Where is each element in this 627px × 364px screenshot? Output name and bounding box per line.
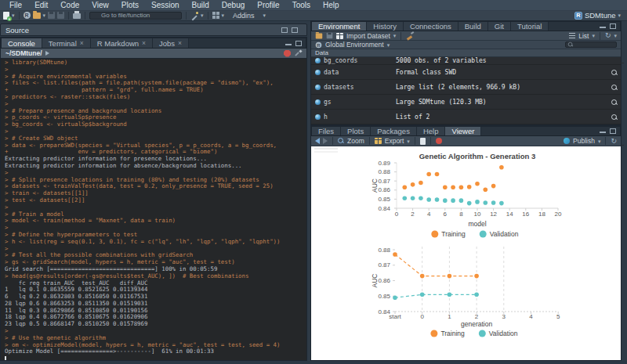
menu-code[interactable]: Code xyxy=(54,0,85,11)
inspect-icon[interactable] xyxy=(611,114,618,121)
tab-environment-label: Environment xyxy=(318,22,360,31)
tab-git[interactable]: Git xyxy=(488,22,511,31)
x-tick-label: 18 xyxy=(538,211,545,218)
wand-button[interactable] xyxy=(190,11,198,20)
tab-files[interactable]: Files xyxy=(312,127,341,135)
tab-tutorial[interactable]: Tutorial xyxy=(511,22,549,31)
tab-help[interactable]: Help xyxy=(417,127,446,135)
refresh-icon[interactable]: ↻ xyxy=(605,32,611,39)
menu-help[interactable]: Help xyxy=(317,0,346,11)
minimize-pane-icon[interactable] xyxy=(600,27,606,28)
goto-directory-icon[interactable] xyxy=(45,51,49,56)
save-all-button[interactable] xyxy=(57,11,64,20)
env-object-action[interactable] xyxy=(611,80,618,94)
env-object-name: bg_coords xyxy=(324,57,396,64)
print-button[interactable] xyxy=(73,11,81,20)
publish-caret-icon[interactable]: ▾ xyxy=(598,139,601,144)
new-project-button[interactable]: R xyxy=(24,11,31,20)
import-dataset-button[interactable]: Import Dataset xyxy=(346,32,390,40)
console-output[interactable]: > library(SDMtune)>> # Acquire environme… xyxy=(1,59,306,360)
y-tick-label: 0.87 xyxy=(378,178,390,185)
env-object-h[interactable]: hList of 2 xyxy=(311,110,621,124)
menu-session[interactable]: Session xyxy=(145,0,186,11)
tab-console[interactable]: Console xyxy=(2,38,42,48)
genetic-algorithm-scatter-chart[interactable]: Genetic Algorithm - Generation 30.840.85… xyxy=(311,146,621,242)
env-object-action[interactable] xyxy=(611,95,618,109)
new-file-caret-icon[interactable]: ▾ xyxy=(12,13,15,18)
env-object-gs[interactable]: gsLarge SDMtune (120.3 MB) xyxy=(311,95,621,110)
inspect-icon[interactable] xyxy=(611,70,618,76)
panes-caret-icon[interactable]: ▾ xyxy=(222,13,225,18)
clear-console-icon[interactable] xyxy=(294,49,302,57)
close-icon[interactable]: × xyxy=(178,40,182,47)
tab-terminal[interactable]: Terminal× xyxy=(42,38,91,48)
inspect-icon[interactable] xyxy=(611,99,618,106)
tab-packages[interactable]: Packages xyxy=(371,127,417,135)
close-icon[interactable]: × xyxy=(80,40,84,47)
open-file-button[interactable] xyxy=(33,11,41,20)
menu-file[interactable]: File xyxy=(3,0,28,11)
refresh-caret-icon[interactable]: ▾ xyxy=(614,33,617,38)
env-object-data[interactable]: dataFormal class SWD xyxy=(311,65,621,80)
import-dataset-caret-icon[interactable]: ▾ xyxy=(393,33,397,38)
refresh-icon[interactable]: ↻ xyxy=(611,138,617,145)
restore-pane-icon[interactable] xyxy=(281,27,288,33)
list-view-caret-icon[interactable]: ▾ xyxy=(592,33,595,38)
save-workspace-button[interactable] xyxy=(326,31,333,40)
goto-file-input[interactable] xyxy=(89,12,182,20)
menu-build[interactable]: Build xyxy=(186,0,216,11)
open-file-caret-icon[interactable]: ▾ xyxy=(43,13,46,18)
addins-button[interactable]: Addins xyxy=(227,10,261,21)
export-button[interactable]: Export xyxy=(385,137,404,145)
env-object-datasets[interactable]: datasetsLarge list (2 elements, 966.9 kB… xyxy=(311,80,621,95)
maximize-pane-icon[interactable] xyxy=(610,23,616,29)
load-workspace-button[interactable] xyxy=(315,31,323,40)
tab-viewer[interactable]: Viewer xyxy=(445,127,481,135)
tab-build[interactable]: Build xyxy=(458,22,488,31)
menu-debug[interactable]: Debug xyxy=(216,0,251,11)
new-file-button[interactable]: + xyxy=(3,11,9,20)
maximize-pane-icon[interactable] xyxy=(292,27,298,33)
list-view-button[interactable]: List xyxy=(578,32,589,40)
back-icon[interactable] xyxy=(315,138,320,144)
tab-jobs[interactable]: Jobs× xyxy=(153,38,189,48)
forward-icon[interactable] xyxy=(323,138,328,144)
tab-environment[interactable]: Environment xyxy=(312,22,367,31)
environment-search-input[interactable] xyxy=(575,41,614,48)
menu-edit[interactable]: Edit xyxy=(28,0,54,11)
stop-icon[interactable] xyxy=(284,50,291,57)
maximize-pane-icon[interactable] xyxy=(610,128,616,134)
env-object-bg-coords[interactable]: bg_coords5000 obs. of 2 variables xyxy=(311,57,621,65)
wand-caret-icon[interactable]: ▾ xyxy=(201,13,204,18)
clear-environment-icon[interactable] xyxy=(406,32,414,40)
save-button[interactable] xyxy=(48,11,55,20)
close-icon[interactable]: × xyxy=(142,40,146,47)
stop-app-icon[interactable] xyxy=(436,138,442,144)
menu-plots[interactable]: Plots xyxy=(115,0,145,11)
menu-tools[interactable]: Tools xyxy=(286,0,317,11)
minimize-pane-icon[interactable] xyxy=(285,44,292,45)
tab-r-markdown[interactable]: R Markdown× xyxy=(91,38,153,48)
tab-connections[interactable]: Connections xyxy=(404,22,458,31)
zoom-button[interactable]: Zoom xyxy=(347,137,364,145)
export-caret-icon[interactable]: ▾ xyxy=(407,139,410,144)
addins-caret-icon[interactable]: ▾ xyxy=(263,13,266,18)
global-environment-selector[interactable]: Global Environment xyxy=(325,41,384,49)
menu-profile[interactable]: Profile xyxy=(251,0,285,11)
tab-plots[interactable]: Plots xyxy=(341,127,371,135)
env-object-action[interactable] xyxy=(611,110,618,124)
scope-caret-icon[interactable]: ▾ xyxy=(387,42,390,48)
env-object-action[interactable] xyxy=(611,65,618,79)
tab-history[interactable]: History xyxy=(367,22,404,31)
maximize-pane-icon[interactable] xyxy=(295,41,302,46)
toolbar-separator xyxy=(186,12,187,20)
minimize-pane-icon[interactable] xyxy=(600,132,606,133)
publish-button[interactable]: Publish xyxy=(573,137,595,145)
project-selector[interactable]: R SDMtune ▾ xyxy=(574,11,624,20)
new-window-icon[interactable] xyxy=(420,138,426,145)
menu-view[interactable]: View xyxy=(85,0,115,11)
panes-layout-button[interactable] xyxy=(212,11,219,20)
x-tick-label: 1 xyxy=(448,313,451,320)
inspect-icon[interactable] xyxy=(611,85,618,91)
generation-line-chart[interactable]: 0.840.850.860.870.88start012345AUCgenera… xyxy=(311,242,621,348)
